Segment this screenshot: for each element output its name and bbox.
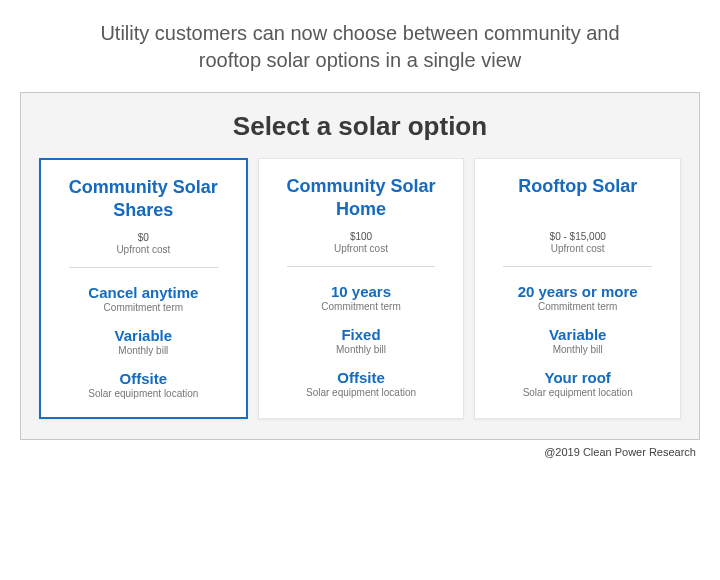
card-divider (287, 266, 436, 267)
option-card-community-home[interactable]: Community Solar Home $100 Upfront cost 1… (258, 158, 465, 419)
upfront-label: Upfront cost (485, 243, 670, 254)
options-row: Community Solar Shares $0 Upfront cost C… (39, 158, 681, 419)
commitment-label: Commitment term (485, 301, 670, 312)
location-value: Your roof (485, 369, 670, 386)
commitment-value: 20 years or more (485, 283, 670, 300)
commitment-label: Commitment term (269, 301, 454, 312)
copyright-text: @2019 Clean Power Research (20, 446, 700, 458)
panel-title: Select a solar option (39, 111, 681, 142)
monthly-label: Monthly bill (485, 344, 670, 355)
upfront-value: $0 (51, 232, 236, 243)
option-title: Rooftop Solar (485, 175, 670, 221)
card-divider (69, 267, 218, 268)
location-label: Solar equipment location (51, 388, 236, 399)
location-value: Offsite (269, 369, 454, 386)
location-label: Solar equipment location (485, 387, 670, 398)
option-title: Community Solar Home (269, 175, 454, 221)
monthly-value: Fixed (269, 326, 454, 343)
monthly-label: Monthly bill (51, 345, 236, 356)
card-divider (503, 266, 652, 267)
option-card-community-shares[interactable]: Community Solar Shares $0 Upfront cost C… (39, 158, 248, 419)
monthly-value: Variable (485, 326, 670, 343)
monthly-value: Variable (51, 327, 236, 344)
upfront-value: $0 - $15,000 (485, 231, 670, 242)
option-title: Community Solar Shares (51, 176, 236, 222)
option-card-rooftop[interactable]: Rooftop Solar $0 - $15,000 Upfront cost … (474, 158, 681, 419)
page-headline: Utility customers can now choose between… (70, 20, 650, 74)
location-label: Solar equipment location (269, 387, 454, 398)
options-panel: Select a solar option Community Solar Sh… (20, 92, 700, 440)
commitment-value: Cancel anytime (51, 284, 236, 301)
location-value: Offsite (51, 370, 236, 387)
monthly-label: Monthly bill (269, 344, 454, 355)
commitment-label: Commitment term (51, 302, 236, 313)
upfront-label: Upfront cost (269, 243, 454, 254)
commitment-value: 10 years (269, 283, 454, 300)
upfront-label: Upfront cost (51, 244, 236, 255)
upfront-value: $100 (269, 231, 454, 242)
